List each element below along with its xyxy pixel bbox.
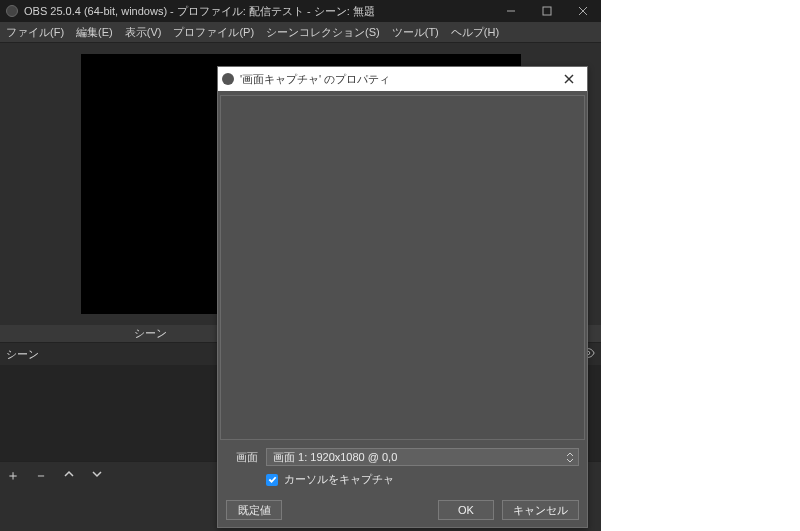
defaults-button-label: 既定値 [238, 503, 271, 518]
scene-move-up-button[interactable] [62, 467, 76, 484]
dialog-button-row: 既定値 OK キャンセル [218, 493, 587, 527]
obs-icon [222, 73, 234, 85]
capture-cursor-row: カーソルをキャプチャ [220, 472, 585, 493]
obs-icon [6, 5, 18, 17]
display-label: 画面 [226, 450, 258, 465]
svg-rect-1 [543, 7, 551, 15]
scene-add-button[interactable]: ＋ [6, 467, 20, 485]
scene-move-down-button[interactable] [90, 467, 104, 484]
ok-button-label: OK [458, 504, 474, 516]
source-properties-dialog: '画面キャプチャ' のプロパティ 画面 画面 1: 1920x1080 @ 0,… [217, 66, 588, 528]
dialog-preview [220, 95, 585, 440]
menu-view[interactable]: 表示(V) [123, 23, 164, 42]
scene-item-label: シーン [6, 347, 39, 362]
menu-edit[interactable]: 編集(E) [74, 23, 115, 42]
dialog-title: '画面キャプチャ' のプロパティ [240, 72, 390, 87]
display-select-value: 画面 1: 1920x1080 @ 0,0 [273, 450, 397, 465]
defaults-button[interactable]: 既定値 [226, 500, 282, 520]
display-select[interactable]: 画面 1: 1920x1080 @ 0,0 [266, 448, 579, 466]
capture-cursor-label: カーソルをキャプチャ [284, 472, 394, 487]
menu-profile[interactable]: プロファイル(P) [171, 23, 256, 42]
chevron-updown-icon [562, 449, 578, 465]
window-titlebar: OBS 25.0.4 (64-bit, windows) - プロファイル: 配… [0, 0, 601, 22]
ok-button[interactable]: OK [438, 500, 494, 520]
dialog-titlebar[interactable]: '画面キャプチャ' のプロパティ [218, 67, 587, 91]
capture-cursor-checkbox[interactable] [266, 474, 278, 486]
close-button[interactable] [565, 0, 601, 22]
dialog-close-button[interactable] [555, 67, 583, 91]
menu-help[interactable]: ヘルプ(H) [449, 23, 501, 42]
window-title: OBS 25.0.4 (64-bit, windows) - プロファイル: 配… [24, 4, 375, 19]
menu-file[interactable]: ファイル(F) [4, 23, 66, 42]
menu-tools[interactable]: ツール(T) [390, 23, 441, 42]
dialog-body: 画面 画面 1: 1920x1080 @ 0,0 カーソルをキャプチャ [218, 91, 587, 493]
scene-remove-button[interactable]: － [34, 467, 48, 485]
cancel-button-label: キャンセル [513, 503, 568, 518]
menu-bar: ファイル(F) 編集(E) 表示(V) プロファイル(P) シーンコレクション(… [0, 22, 601, 43]
menu-scene-collection[interactable]: シーンコレクション(S) [264, 23, 382, 42]
cancel-button[interactable]: キャンセル [502, 500, 579, 520]
display-select-row: 画面 画面 1: 1920x1080 @ 0,0 [220, 448, 585, 472]
minimize-button[interactable] [493, 0, 529, 22]
maximize-button[interactable] [529, 0, 565, 22]
